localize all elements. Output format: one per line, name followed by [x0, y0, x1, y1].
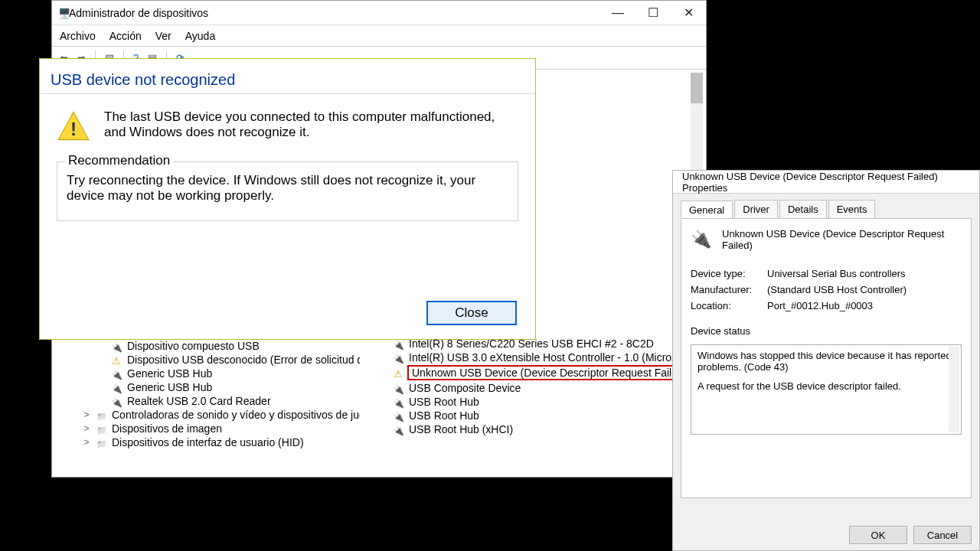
tree-item-label: Intel(R) USB 3.0 eXtensible Host Control… — [409, 351, 692, 364]
usb-icon — [112, 396, 122, 406]
tab-panel-general: 🔌 Unknown USB Device (Device Descriptor … — [681, 218, 972, 498]
menu-accion[interactable]: Acción — [109, 30, 142, 42]
device-type-label: Device type: — [691, 268, 767, 279]
warning-icon: ! — [57, 109, 90, 143]
tree-item-label: Dispositivo USB desconocido (Error de so… — [127, 354, 394, 366]
tab-driver[interactable]: Driver — [734, 200, 778, 218]
recommendation-text: Try reconnecting the device. If Windows … — [67, 168, 508, 204]
usb-icon — [112, 341, 122, 351]
cancel-button[interactable]: Cancel — [913, 526, 972, 544]
notification-title: USB device not recognized — [40, 59, 535, 93]
device-type-value: Universal Serial Bus controllers — [767, 268, 906, 279]
cat-icon — [96, 423, 107, 434]
device-status-box[interactable]: Windows has stopped this device because … — [691, 344, 962, 435]
usb-icon — [112, 382, 122, 393]
usb-icon — [394, 383, 404, 393]
recommendation-label: Recommendation — [65, 153, 173, 168]
usb-icon — [112, 368, 122, 379]
usb-icon — [394, 410, 404, 421]
device-status-label: Device status — [691, 325, 962, 337]
status-line-2: A request for the USB device descriptor … — [697, 380, 955, 392]
usb-icon — [394, 396, 404, 407]
status-scrollbar[interactable] — [949, 347, 959, 432]
tab-general[interactable]: General — [681, 201, 733, 219]
tree-item-label: USB Root Hub — [409, 409, 479, 422]
properties-dialog: Unknown USB Device (Device Descriptor Re… — [672, 170, 980, 551]
recommendation-box: Recommendation Try reconnecting the devi… — [57, 161, 518, 221]
manufacturer-value: (Standard USB Host Controller) — [767, 284, 906, 295]
usb-icon — [394, 424, 404, 435]
app-icon: 🖥️ — [58, 8, 69, 18]
cat-icon — [96, 409, 107, 420]
svg-text:!: ! — [70, 119, 77, 139]
ok-button[interactable]: OK — [849, 526, 907, 544]
tree-item-label: Dispositivos de interfaz de usuario (HID… — [112, 436, 304, 448]
device-icon: 🔌 — [691, 230, 711, 249]
tree-item-label: Controladoras de sonido y vídeo y dispos… — [112, 409, 377, 421]
status-line-1: Windows has stopped this device because … — [697, 350, 955, 373]
window-title: Administrador de dispositivos — [69, 7, 600, 19]
tree-item[interactable]: USB Root Hub — [360, 395, 674, 409]
manufacturer-label: Manufacturer: — [691, 284, 767, 295]
close-notification-button[interactable]: Close — [426, 301, 517, 325]
tab-events[interactable]: Events — [828, 200, 876, 218]
menu-ayuda[interactable]: Ayuda — [185, 30, 215, 42]
tree-item-label: Dispositivos de imagen — [112, 422, 222, 435]
location-value: Port_#0012.Hub_#0003 — [767, 300, 873, 311]
menubar: Archivo Acción Ver Ayuda — [52, 25, 706, 47]
warning-icon — [112, 354, 122, 365]
tree-item-label: Realtek USB 2.0 Card Reader — [127, 395, 271, 407]
device-tree-right: … USB EHCI #1 - 8C26Intel(R) 8 Series/C2… — [360, 323, 674, 436]
usb-notification-dialog: USB device not recognized ! The last USB… — [39, 58, 536, 340]
minimize-button[interactable]: — — [600, 2, 635, 24]
tree-item[interactable]: USB Root Hub (xHCI) — [360, 422, 674, 436]
tree-item[interactable]: Intel(R) USB 3.0 eXtensible Host Control… — [360, 350, 674, 364]
notification-message: The last USB device you connected to thi… — [104, 109, 495, 143]
warning-icon — [394, 367, 403, 378]
tree-item-label: USB Root Hub (xHCI) — [409, 423, 513, 435]
close-button[interactable]: ✕ — [671, 2, 706, 24]
tree-item-label: Generic USB Hub — [127, 367, 212, 380]
tree-item[interactable]: Unknown USB Device (Device Descriptor Re… — [360, 364, 674, 381]
tree-item[interactable]: USB Root Hub — [360, 409, 674, 422]
tree-item[interactable]: USB Composite Device — [360, 381, 674, 395]
tree-item-label: Unknown USB Device (Device Descriptor Re… — [407, 365, 691, 380]
titlebar: 🖥️ Administrador de dispositivos — ☐ ✕ — [52, 1, 706, 25]
tab-details[interactable]: Details — [779, 200, 827, 218]
tree-item-label: Generic USB Hub — [127, 381, 212, 393]
cat-icon — [96, 437, 107, 448]
menu-archivo[interactable]: Archivo — [60, 30, 96, 42]
location-label: Location: — [691, 300, 767, 311]
properties-tabs: General Driver Details Events — [673, 194, 979, 218]
tree-item-label: USB Composite Device — [409, 382, 521, 394]
device-name: Unknown USB Device (Device Descriptor Re… — [722, 228, 962, 251]
tree-item-label: USB Root Hub — [409, 396, 479, 408]
usb-icon — [394, 352, 404, 363]
tree-item[interactable]: >Dispositivos de interfaz de usuario (HI… — [58, 435, 691, 449]
tree-item-label: Dispositivo compuesto USB — [127, 340, 260, 352]
menu-ver[interactable]: Ver — [155, 30, 172, 42]
maximize-button[interactable]: ☐ — [635, 2, 671, 24]
properties-title: Unknown USB Device (Device Descriptor Re… — [673, 171, 979, 194]
usb-icon — [394, 338, 404, 349]
